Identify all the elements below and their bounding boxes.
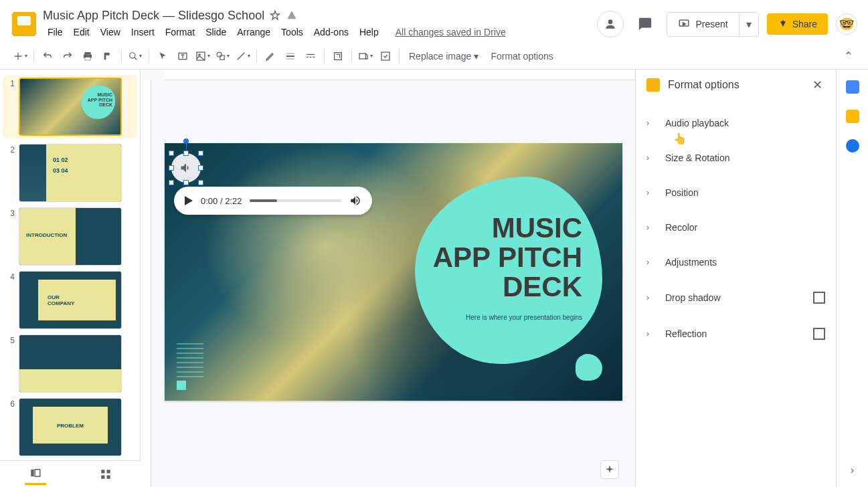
slide-thumb-4[interactable]: 4 OURCOMPANY bbox=[3, 271, 137, 329]
resize-handle[interactable] bbox=[198, 151, 203, 156]
present-button-group: Present ▾ bbox=[667, 12, 758, 37]
present-dropdown[interactable]: ▾ bbox=[739, 13, 758, 36]
zoom-button[interactable] bbox=[126, 47, 145, 66]
audio-progress[interactable] bbox=[250, 199, 341, 202]
print-button[interactable] bbox=[78, 47, 97, 66]
menu-tools[interactable]: Tools bbox=[276, 24, 308, 40]
select-tool[interactable] bbox=[153, 47, 172, 66]
slide-thumb-1[interactable]: 1 MUSICAPP PITCHDECK bbox=[3, 75, 137, 138]
chevron-right-icon: › bbox=[646, 118, 655, 128]
resize-handle[interactable] bbox=[183, 151, 189, 156]
section-position[interactable]: › Position bbox=[636, 175, 836, 210]
svg-rect-18 bbox=[101, 475, 104, 478]
move-to-drive-icon[interactable] bbox=[286, 10, 298, 21]
keep-icon[interactable] bbox=[846, 110, 859, 123]
slide-title[interactable]: MUSIC APP PITCH DECK bbox=[433, 213, 582, 302]
resize-handle[interactable] bbox=[198, 165, 203, 171]
format-panel-icon bbox=[646, 78, 660, 92]
save-status[interactable]: All changes saved in Drive bbox=[396, 27, 506, 37]
audio-player: 0:00 / 2:22 bbox=[174, 187, 372, 215]
account-avatar[interactable]: 🤓 bbox=[836, 13, 857, 35]
svg-rect-16 bbox=[101, 470, 104, 473]
main-area: 1 MUSICAPP PITCHDECK 2 01 0203 04 3 INTR… bbox=[0, 70, 868, 487]
slide-subtitle[interactable]: Here is where your presentation begins bbox=[466, 314, 582, 321]
filmstrip-view-button[interactable] bbox=[25, 464, 46, 485]
chevron-right-icon: › bbox=[646, 153, 655, 163]
document-title[interactable]: Music App Pitch Deck — Slidesgo School bbox=[43, 9, 264, 23]
slide-thumb-2[interactable]: 2 01 0203 04 bbox=[3, 144, 137, 202]
section-audio-playback[interactable]: › Audio playback 👆 bbox=[636, 106, 836, 140]
slide-thumb-6[interactable]: 6 PROBLEM bbox=[3, 398, 137, 456]
svg-point-5 bbox=[130, 52, 135, 58]
canvas-area[interactable]: MUSIC APP PITCH DECK Here is where your … bbox=[141, 70, 635, 487]
replace-image-button[interactable]: Replace image ▾ bbox=[404, 48, 484, 64]
comments-icon[interactable] bbox=[632, 11, 659, 37]
slide-thumb-3[interactable]: 3 INTRODUCTION bbox=[3, 207, 137, 266]
resize-handle[interactable] bbox=[183, 180, 189, 185]
menu-arrange[interactable]: Arrange bbox=[232, 24, 275, 40]
decorative-dots bbox=[177, 340, 203, 381]
textbox-tool[interactable] bbox=[173, 47, 192, 66]
paint-format-button[interactable] bbox=[98, 47, 117, 66]
chevron-right-icon: › bbox=[646, 329, 655, 338]
ruler-vertical bbox=[141, 80, 151, 487]
svg-rect-17 bbox=[106, 470, 110, 473]
calendar-icon[interactable] bbox=[846, 80, 859, 94]
slide-canvas[interactable]: MUSIC APP PITCH DECK Here is where your … bbox=[165, 143, 622, 401]
section-drop-shadow[interactable]: › Drop shadow bbox=[636, 280, 836, 316]
star-icon[interactable] bbox=[270, 10, 280, 21]
share-button[interactable]: Share bbox=[767, 13, 828, 35]
close-panel-button[interactable]: ✕ bbox=[809, 78, 825, 92]
rotation-handle[interactable] bbox=[183, 138, 189, 144]
image-tool[interactable] bbox=[193, 47, 212, 66]
tasks-icon[interactable] bbox=[846, 139, 859, 153]
menu-format[interactable]: Format bbox=[161, 24, 199, 40]
undo-button[interactable] bbox=[38, 47, 57, 66]
shape-tool[interactable] bbox=[213, 47, 232, 66]
audio-object[interactable] bbox=[171, 153, 201, 183]
activity-icon[interactable] bbox=[597, 11, 624, 37]
border-weight-button[interactable] bbox=[281, 47, 300, 66]
reset-image-button[interactable] bbox=[376, 47, 395, 66]
resize-handle[interactable] bbox=[169, 151, 174, 156]
resize-handle[interactable] bbox=[198, 180, 203, 185]
grid-view-button[interactable] bbox=[95, 464, 116, 485]
menu-insert[interactable]: Insert bbox=[126, 24, 159, 40]
svg-rect-15 bbox=[35, 470, 40, 477]
volume-icon[interactable] bbox=[349, 195, 361, 207]
new-slide-button[interactable] bbox=[11, 47, 29, 66]
side-panel-toggle[interactable]: › bbox=[851, 464, 854, 476]
side-panel: › bbox=[836, 70, 868, 487]
menu-addons[interactable]: Add-ons bbox=[309, 24, 353, 40]
line-tool[interactable] bbox=[234, 47, 252, 66]
menu-help[interactable]: Help bbox=[355, 24, 383, 40]
slides-logo[interactable] bbox=[11, 11, 37, 37]
drop-shadow-checkbox[interactable] bbox=[813, 292, 825, 304]
border-dash-button[interactable] bbox=[301, 47, 320, 66]
svg-point-8 bbox=[199, 54, 201, 56]
menu-file[interactable]: File bbox=[43, 24, 68, 40]
svg-rect-13 bbox=[381, 52, 389, 60]
redo-button[interactable] bbox=[58, 47, 77, 66]
section-reflection[interactable]: › Reflection bbox=[636, 316, 836, 352]
menu-view[interactable]: View bbox=[96, 24, 125, 40]
format-options-button[interactable]: Format options bbox=[485, 48, 558, 64]
reflection-checkbox[interactable] bbox=[813, 328, 825, 340]
section-adjustments[interactable]: › Adjustments bbox=[636, 245, 836, 280]
resize-handle[interactable] bbox=[169, 165, 174, 171]
chevron-right-icon: › bbox=[646, 188, 655, 197]
mask-button[interactable] bbox=[356, 47, 375, 66]
menu-edit[interactable]: Edit bbox=[69, 24, 94, 40]
explore-button[interactable] bbox=[600, 460, 619, 479]
section-size-rotation[interactable]: › Size & Rotation bbox=[636, 140, 836, 175]
crop-button[interactable] bbox=[329, 47, 347, 66]
toolbar-collapse-icon[interactable]: ⌃ bbox=[839, 47, 857, 66]
resize-handle[interactable] bbox=[169, 180, 174, 185]
section-recolor[interactable]: › Recolor bbox=[636, 210, 836, 245]
play-button[interactable] bbox=[185, 196, 193, 205]
present-button[interactable]: Present bbox=[667, 13, 738, 35]
border-color-button[interactable] bbox=[261, 47, 280, 66]
svg-rect-2 bbox=[84, 52, 90, 54]
slide-thumb-5[interactable]: 5 bbox=[3, 334, 137, 393]
menu-slide[interactable]: Slide bbox=[201, 24, 231, 40]
